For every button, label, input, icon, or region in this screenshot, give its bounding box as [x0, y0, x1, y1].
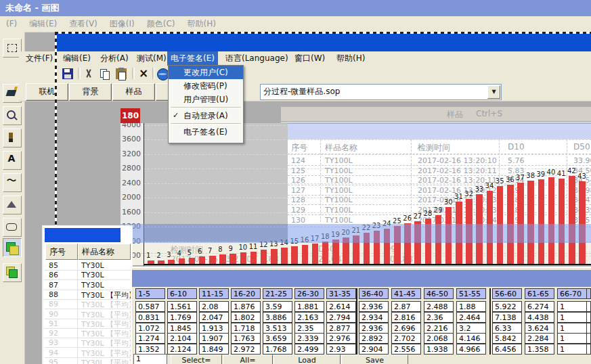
- paint-window-title: 未命名 - 画图: [5, 3, 59, 13]
- app-button-背景[interactable]: 背景: [69, 83, 112, 101]
- paste-selection-marquee-top[interactable]: [55, 32, 591, 34]
- left-col-separator: [77, 260, 78, 364]
- left-table-header-序号: 序号: [45, 244, 78, 260]
- paste-icon[interactable]: [116, 68, 127, 79]
- sample-row-d10: 5.76: [508, 156, 525, 165]
- app-menu-item-7[interactable]: 窗口(W): [291, 51, 328, 66]
- dist-cell-cut: [586, 344, 591, 355]
- chart-bar-42: [569, 176, 575, 264]
- app-menu-item-5[interactable]: 电子签名(E): [167, 51, 218, 66]
- paint-tool-object-cube-icon[interactable]: [3, 238, 22, 257]
- paint-tool-object-cube-alt-icon[interactable]: [3, 263, 22, 282]
- dist-cell: 2.93: [326, 344, 356, 355]
- chart-ytick-2000: 2000: [119, 193, 141, 202]
- sample-table-header-检测时间: 检测时间: [418, 142, 450, 154]
- dist-cell: 2.36: [424, 312, 454, 323]
- app-menu-item-1[interactable]: 文件(F): [22, 51, 56, 66]
- paint-tool-rounded-rect-icon[interactable]: [3, 218, 22, 237]
- chart-gridline-2800: [144, 168, 591, 169]
- chart-bar-label-27: 27: [413, 212, 422, 220]
- dist-cell-cut: [586, 312, 591, 323]
- dist-cell: 1.849: [199, 344, 229, 355]
- dist-cell: 2.104: [167, 333, 197, 344]
- selected-row-highlight-band: [121, 224, 591, 243]
- dist-cell: 1.845: [167, 323, 197, 334]
- menu-item-更改用户(C)[interactable]: 更改用户(C): [169, 66, 243, 79]
- paint-tool-brush-icon[interactable]: [3, 129, 22, 147]
- app-menu-item-3[interactable]: 分析(A): [97, 51, 132, 66]
- chart-bar-14: [281, 248, 288, 264]
- sample-window-shortcut: Ctrl+S: [476, 109, 502, 118]
- dist-cell: 2.614: [326, 301, 356, 312]
- menu-item-电子签名(E)[interactable]: 电子签名(E): [169, 125, 243, 139]
- paint-menu-item-4[interactable]: 颜色(C): [141, 16, 181, 31]
- chart-bar-label-40: 40: [547, 168, 556, 176]
- count-input[interactable]: 1: [133, 354, 167, 364]
- distribution-window: 1-56-1011-1516-2021-2526-3031-3536-4041-…: [131, 267, 591, 364]
- left-row-index: 85: [49, 261, 58, 270]
- chart-bar-label-32: 32: [464, 190, 473, 198]
- dist-cell: 6.456: [492, 344, 522, 355]
- sop-combobox-value: 分过程-微量样品.sop: [263, 86, 340, 97]
- dist-cell: 2.87: [391, 301, 421, 312]
- dist-cell-cut: [586, 333, 591, 344]
- paint-menu-item-3[interactable]: 图像(I): [104, 16, 141, 31]
- delete-icon[interactable]: ×: [138, 68, 149, 79]
- menu-item-用户管理(U)[interactable]: 用户管理(U): [169, 93, 243, 106]
- dist-cell: 1.718: [231, 323, 261, 334]
- dist-cell: 2.904: [359, 344, 389, 355]
- control-button-Select=[interactable]: Select=: [171, 355, 222, 364]
- control-button-Load[interactable]: Load: [273, 355, 341, 364]
- app-menu-item-2[interactable]: 编辑(E): [60, 51, 94, 66]
- combo-dropdown-arrow-icon[interactable]: ▼: [487, 85, 500, 99]
- sample-row-name: TY100L: [325, 216, 353, 225]
- dist-group-separator-2: [489, 288, 491, 355]
- paint-menu-item-5[interactable]: 帮助(H): [181, 16, 221, 31]
- chart-bar-16: [302, 245, 309, 264]
- sample-window-title-strip: 样品 Ctrl+S: [281, 107, 591, 122]
- dist-cell: 1.561: [167, 301, 197, 312]
- sop-combobox[interactable]: 分过程-微量样品.sop ▼: [260, 84, 502, 100]
- dist-cell: 0.831: [135, 312, 165, 323]
- paint-tool-text-icon[interactable]: A: [3, 151, 22, 170]
- paint-tool-polygon-icon[interactable]: [3, 196, 22, 214]
- chart-bar-12: [261, 250, 267, 264]
- control-button-All=[interactable]: All=: [223, 355, 273, 364]
- app-menu-bar: 文件(F)编辑(E)分析(A)测试(M)电子签名(E)语言(Language)窗…: [19, 51, 591, 66]
- dist-cell: 1.358: [525, 344, 554, 355]
- app-button-联机[interactable]: 联机: [26, 83, 68, 101]
- left-row-index: 92: [49, 329, 58, 338]
- left-table-header-样品名称: 样品名称: [78, 244, 131, 260]
- app-menu-item-4[interactable]: 测试(M): [133, 51, 170, 66]
- chart-bar-4: [179, 258, 185, 264]
- app-button-样品[interactable]: 样品: [112, 83, 155, 101]
- paint-menu-item-2[interactable]: 查看(V): [63, 16, 104, 31]
- copy-icon[interactable]: [100, 68, 110, 79]
- paint-menu-item-1[interactable]: 编辑(E): [23, 16, 63, 31]
- app-menu-item-8[interactable]: 帮助(H): [333, 51, 368, 66]
- dist-cell: 2.35: [294, 323, 324, 334]
- dist-header-26-30: 26-30: [294, 288, 324, 299]
- paint-tool-magnifier-icon[interactable]: [3, 106, 22, 125]
- cut-icon[interactable]: [83, 68, 94, 79]
- paint-tool-curve-icon[interactable]: 〜: [3, 173, 22, 192]
- chart-bar-3: [168, 260, 175, 264]
- menu-item-自动登录(A)[interactable]: ✓自动登录(A): [169, 109, 243, 122]
- paint-menu-item-0[interactable]: (F): [0, 16, 23, 31]
- dist-cell: 3.886: [263, 312, 292, 323]
- dist-header-46-50: 46-50: [424, 288, 454, 299]
- chart-bar-9: [229, 254, 236, 264]
- dist-header-61-65: 61-65: [525, 288, 554, 299]
- paste-selection-marquee-left[interactable]: [55, 32, 57, 225]
- chart-bar-1: [148, 260, 154, 264]
- checkmark-icon: ✓: [173, 109, 179, 122]
- dist-cell: 2.816: [391, 312, 421, 323]
- save-icon[interactable]: [62, 68, 73, 79]
- app-menu-item-6[interactable]: 语言(Language): [222, 51, 292, 66]
- menu-item-修改密码(P)[interactable]: 修改密码(P): [169, 79, 243, 93]
- curve-icon: 〜: [3, 175, 20, 187]
- polygon-icon: [7, 201, 16, 208]
- control-button-Save[interactable]: Save: [341, 355, 408, 364]
- chart-corner-badge: 180: [121, 108, 140, 123]
- dist-header-56-60: 56-60: [492, 288, 522, 299]
